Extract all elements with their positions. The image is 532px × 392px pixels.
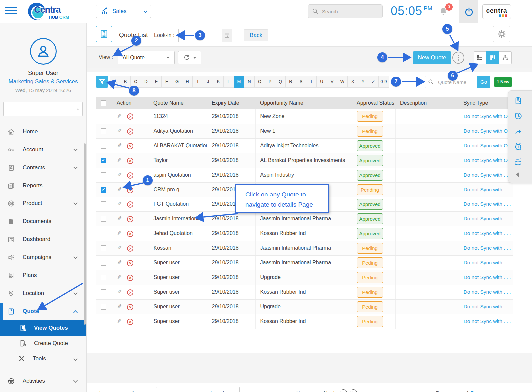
row-checkbox[interactable] bbox=[101, 231, 106, 236]
collapse-panel-icon[interactable] bbox=[516, 172, 519, 177]
delete-icon[interactable]: × bbox=[127, 201, 133, 208]
sidebar-item-view-quotes[interactable]: View Quotes bbox=[0, 320, 86, 336]
list-view-toggle[interactable] bbox=[474, 51, 486, 64]
sidebar-item-account[interactable]: Account bbox=[0, 141, 86, 159]
sidebar-scrollbar[interactable] bbox=[84, 143, 86, 325]
edit-icon[interactable]: ✎ bbox=[117, 186, 122, 193]
quote-name-cell[interactable]: FGT Quotation bbox=[149, 197, 207, 211]
quote-name-cell[interactable]: Jasmin International bbox=[149, 211, 207, 226]
table-row[interactable]: ✎ × Super user 29/10/2018 Upgrade Peding… bbox=[96, 270, 513, 285]
filter-button[interactable] bbox=[96, 76, 108, 88]
back-button[interactable]: Back bbox=[244, 29, 268, 41]
quote-name-cell[interactable]: Jehad Quotation bbox=[149, 226, 207, 241]
quote-name-cell[interactable]: Super user bbox=[149, 255, 207, 270]
delete-icon[interactable]: × bbox=[127, 260, 133, 266]
quote-name-cell[interactable]: Super user bbox=[149, 314, 207, 329]
selected-dropdown[interactable]: 0 Selected bbox=[196, 387, 240, 392]
sync-type-link[interactable]: Do not Sync with Op bbox=[464, 113, 511, 119]
row-checkbox[interactable] bbox=[101, 289, 106, 295]
alphabet-letter[interactable]: Y bbox=[358, 76, 368, 88]
row-checkbox[interactable] bbox=[101, 187, 106, 193]
quote-name-cell[interactable]: 11324 bbox=[149, 109, 207, 124]
next-page-icon[interactable] bbox=[340, 389, 347, 392]
alphabet-letter[interactable]: K bbox=[213, 76, 224, 88]
delete-icon[interactable]: × bbox=[127, 319, 133, 325]
next-button[interactable]: Next bbox=[324, 390, 335, 392]
quote-summary-icon[interactable] bbox=[513, 95, 523, 105]
calendar-button[interactable] bbox=[222, 29, 232, 42]
alphabet-letter[interactable]: B bbox=[120, 76, 131, 88]
sidebar-item-activities[interactable]: Activities bbox=[0, 372, 86, 390]
table-row[interactable]: ✎ × Super user 29/10/2018 Jaasmin Intern… bbox=[96, 255, 513, 270]
edit-icon[interactable]: ✎ bbox=[117, 303, 122, 310]
hierarchy-view-toggle[interactable] bbox=[499, 51, 512, 64]
alphabet-letter[interactable]: N bbox=[244, 76, 255, 88]
edit-icon[interactable]: ✎ bbox=[117, 157, 122, 164]
sync-type-link[interactable]: Do not Sync with . . . bbox=[464, 245, 511, 251]
alphabet-letter[interactable]: O bbox=[254, 76, 265, 88]
select-all-checkbox[interactable] bbox=[101, 100, 106, 106]
alphabet-letter[interactable]: W bbox=[337, 76, 348, 88]
edit-icon[interactable]: ✎ bbox=[117, 318, 122, 325]
alphabet-letter[interactable]: G bbox=[172, 76, 182, 88]
sidebar-item-contacts[interactable]: Contacts bbox=[0, 159, 86, 177]
sidebar-search-input[interactable] bbox=[4, 106, 77, 112]
edit-icon[interactable]: ✎ bbox=[117, 259, 122, 266]
table-row[interactable]: ✎ × 11324 29/10/2018 New Zone Peding Do … bbox=[96, 109, 513, 124]
alphabet-letter[interactable]: M bbox=[234, 76, 244, 88]
sync-type-link[interactable]: Do not Sync with Op bbox=[464, 128, 511, 134]
sidebar-item-tools[interactable]: Tools bbox=[0, 351, 86, 366]
alphabet-letter[interactable]: 0-9 bbox=[378, 76, 389, 88]
quote-name-cell[interactable]: Super user bbox=[149, 299, 207, 314]
alphabet-letter[interactable]: Z bbox=[368, 76, 379, 88]
table-row[interactable]: ✎ × Taylor 29/10/2018 AL Barakat Propert… bbox=[96, 153, 513, 168]
new-records-badge[interactable]: 1 New bbox=[494, 77, 512, 87]
alphabet-letter[interactable]: T bbox=[306, 76, 317, 88]
last-page-icon[interactable] bbox=[350, 389, 357, 392]
row-checkbox[interactable] bbox=[101, 216, 106, 222]
sidebar-item-documents[interactable]: Documents bbox=[0, 212, 86, 230]
quote-name-cell[interactable]: Kossan bbox=[149, 241, 207, 255]
edit-icon[interactable]: ✎ bbox=[117, 200, 122, 207]
row-checkbox[interactable] bbox=[101, 275, 106, 280]
quote-name-cell[interactable]: CRM pro q bbox=[149, 182, 207, 197]
quote-name-input[interactable] bbox=[436, 79, 472, 85]
quote-name-cell[interactable]: aspin Quotation bbox=[149, 168, 207, 182]
alphabet-letter[interactable]: D bbox=[141, 76, 151, 88]
table-row[interactable]: ✎ × Al BARAKAT Quotation 29/10/2018 Adit… bbox=[96, 138, 513, 153]
edit-icon[interactable]: ✎ bbox=[117, 142, 122, 149]
alphabet-letter[interactable]: L bbox=[223, 76, 234, 88]
delete-icon[interactable]: × bbox=[127, 143, 133, 149]
table-row[interactable]: ✎ × Aditya Quotation 29/10/2018 New 1 Pe… bbox=[96, 124, 513, 138]
delete-icon[interactable]: × bbox=[127, 172, 133, 179]
table-row[interactable]: ✎ × Super user 29/10/2018 Kossan Rubber … bbox=[96, 314, 513, 329]
page-input[interactable] bbox=[451, 389, 461, 392]
edit-icon[interactable]: ✎ bbox=[117, 113, 122, 120]
more-options-button[interactable] bbox=[452, 52, 464, 64]
global-search-input[interactable] bbox=[322, 9, 375, 14]
delete-icon[interactable]: × bbox=[127, 187, 133, 193]
history-icon[interactable] bbox=[513, 111, 523, 121]
sync-type-link[interactable]: Do not Sync with . . . bbox=[464, 318, 511, 324]
table-row[interactable]: ✎ × Super user 29/10/2018 Kossan Rubber … bbox=[96, 285, 513, 299]
delete-icon[interactable]: × bbox=[127, 113, 133, 120]
sync-type-link[interactable]: Do not Sync with Op bbox=[464, 157, 511, 163]
alphabet-letter[interactable]: I bbox=[192, 76, 203, 88]
table-row[interactable]: ✎ × Super user 29/10/2018 Upgrade Peding… bbox=[96, 299, 513, 314]
kanban-view-toggle[interactable] bbox=[486, 51, 499, 64]
sync-360-icon[interactable]: 360° bbox=[513, 157, 523, 167]
sidebar-item-reports[interactable]: Reports bbox=[0, 177, 86, 195]
sync-type-link[interactable]: Do not Sync with . . . bbox=[464, 216, 511, 221]
sidebar-item-create-quote[interactable]: Create Quote bbox=[0, 336, 86, 351]
row-checkbox[interactable] bbox=[101, 260, 106, 266]
edit-icon[interactable]: ✎ bbox=[117, 230, 122, 237]
quote-list-icon-button[interactable] bbox=[96, 26, 112, 42]
sync-type-link[interactable]: Do not Sync with . . . bbox=[464, 230, 511, 236]
quote-name-cell[interactable]: Aditya Quotation bbox=[149, 124, 207, 138]
go-button[interactable]: Go bbox=[477, 76, 490, 88]
row-checkbox[interactable] bbox=[101, 245, 106, 251]
sync-type-link[interactable]: Do not Sync with . . . bbox=[464, 304, 511, 309]
alphabet-letter[interactable]: R bbox=[285, 76, 296, 88]
share-icon[interactable] bbox=[513, 126, 523, 136]
table-row[interactable]: ✎ × Jehad Quotation 29/10/2018 Kossan Ru… bbox=[96, 226, 513, 241]
